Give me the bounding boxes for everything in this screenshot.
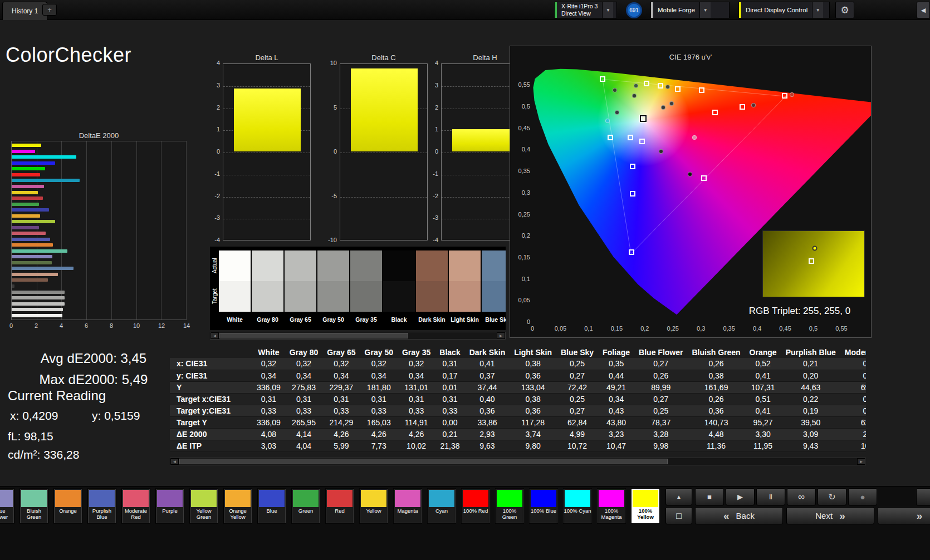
scroll-left-icon[interactable]: ◄ [170,458,179,465]
patch-color [259,490,285,507]
table-scrollbar-thumb[interactable] [179,459,668,464]
chevron-down-icon[interactable]: ▼ [812,2,823,18]
patch-label: Yellow Green [190,507,218,523]
pause-button[interactable]: Ⅱ [756,488,785,505]
next-button[interactable]: Next » [786,507,874,524]
scroll-right-icon[interactable]: ► [857,458,865,465]
patch-label: Cyan [428,507,456,523]
table-row-target-y: Target Y336,09265,95214,29165,03114,910,… [170,416,866,428]
patch-100-magenta[interactable]: 100% Magenta [597,488,626,524]
strip-scrollbar-track[interactable] [219,332,497,339]
scroll-left-icon[interactable]: ◄ [211,332,219,339]
deltae-bar-green [12,203,39,206]
chevron-down-icon[interactable]: ▼ [602,2,613,18]
swatch-strip-scrollbar[interactable]: ◄ ► [210,332,506,340]
display-control-dropdown[interactable]: Direct Display Control ▼ [738,2,830,18]
patch-purple[interactable]: Purple [155,488,184,524]
patch-blue[interactable]: Blue [257,488,286,524]
add-tab-button[interactable]: + [42,4,57,16]
deltae-bar-black [12,284,14,288]
strip-row-label: Target [210,281,219,312]
deltae-bar-100-yellow [12,144,41,147]
bottom-toolbar: Blue FlowerBluish GreenOrangePurplish Bl… [0,486,930,560]
collapse-panel-button[interactable]: ◀ [917,2,930,18]
patch-purplish-blue[interactable]: Purplish Blue [87,488,116,524]
swatch-gray-80: Gray 80 [252,250,283,323]
patch-green[interactable]: Green [291,488,320,524]
cie-marker-square [699,87,704,93]
cie-xtick: 0,3 [697,325,705,332]
patch-cyan[interactable]: Cyan [427,488,456,524]
patch-red[interactable]: Red [325,488,354,524]
chevron-down-icon[interactable]: ▼ [699,2,711,18]
play-button[interactable]: ▶ [726,488,755,505]
deltae-bar-yellow-green [12,220,55,223]
clipped-toolbar-button[interactable] [916,488,930,505]
deltae-bar-100-green [12,167,45,170]
patch-orange[interactable]: Orange [53,488,82,524]
tab-history-1[interactable]: History 1 [2,2,47,20]
meter-dropdown-label: X-Rite i1Pro 3 Direct View [557,2,602,18]
chart-delta-l: Delta L43210-1-2-3-4 [206,53,315,257]
patch-label: 100% Magenta [598,507,625,523]
patch-label: Purple [156,507,184,523]
patch-100-blue[interactable]: 100% Blue [529,488,558,524]
cie-marker-circle [613,88,617,92]
swatch-gray-65: Gray 65 [285,250,316,323]
patch-yellow[interactable]: Yellow [359,488,388,524]
table-col-purplish-blue: Purplish Blue [781,346,840,358]
ytick-label: -3 [424,214,438,221]
record-button[interactable]: ● [848,488,877,505]
swatch-actual [416,250,448,281]
cie-marker-circle [692,135,697,140]
clipped-nav-button[interactable]: » [878,507,930,524]
deltae-bar-purplish-blue [12,238,50,241]
patch-100-green[interactable]: 100% Green [495,488,524,524]
deltae-xaxis: 02468101214 [11,322,187,330]
patch-color [497,490,522,507]
cie-marker-square [630,164,635,169]
stop-button[interactable]: ■ [695,488,724,505]
patch-label: 100% Green [496,507,523,523]
scroll-right-icon[interactable]: ► [497,332,505,339]
patch-yellow-green[interactable]: Yellow Green [189,488,218,524]
table-row-y-cie31: y: CIE310,340,340,340,340,340,170,370,36… [170,370,866,381]
swatch-target [317,281,349,312]
table-scrollbar[interactable]: ◄ ► [170,458,866,465]
patch-magenta[interactable]: Magenta [393,488,422,524]
patch-color [599,490,624,507]
loop-button[interactable]: ∞ [787,488,816,505]
ytick-label: 0 [323,148,337,155]
deltae-xtick: 0 [9,322,13,329]
back-button[interactable]: « Back [695,507,783,524]
swatch-label: Gray 35 [350,312,382,323]
table-scrollbar-track[interactable] [179,458,857,465]
strip-scrollbar-thumb[interactable] [219,333,408,338]
patch-orange-yellow[interactable]: Orange Yellow [223,488,252,524]
rgb-triplet-swatch [762,230,865,297]
patch-color [565,490,590,507]
pattern-source-dropdown[interactable]: Mobile Forge ▼ [650,2,730,18]
patch-label: 100% Cyan [564,507,591,523]
patch-label: Orange Yellow [224,507,252,523]
patch-100-red[interactable]: 100% Red [461,488,490,524]
meter-dropdown[interactable]: X-Rite i1Pro 3 Direct View ▼ [554,2,617,18]
window-mode-button[interactable]: □ [665,507,692,524]
max-de2000-stat: Max dE2000: 5,49 [4,372,183,387]
patch-bluish-green[interactable]: Bluish Green [19,488,48,524]
deltae-bar-gray-65 [12,302,65,306]
patch-scroll-up-button[interactable]: ▲ [665,488,692,505]
patch-blue-flower[interactable]: Blue Flower [0,488,14,524]
refresh-button[interactable]: ↻ [818,488,846,505]
deltae-bar-white [12,314,62,317]
gear-icon: ⚙ [840,4,849,16]
cie-xtick: 0,25 [667,325,679,332]
settings-gear-button[interactable]: ⚙ [835,2,854,18]
gridline [223,175,310,175]
patch-100-yellow[interactable]: 100% Yellow [631,488,660,524]
cie-marker-square [712,110,718,115]
table-row-e-2000: ΔE 20004,084,144,264,264,260,212,933,744… [170,428,866,440]
patch-100-cyan[interactable]: 100% Cyan [563,488,592,524]
deltae-bar-foliage [12,261,52,264]
patch-moderate-red[interactable]: Moderate Red [121,488,150,524]
